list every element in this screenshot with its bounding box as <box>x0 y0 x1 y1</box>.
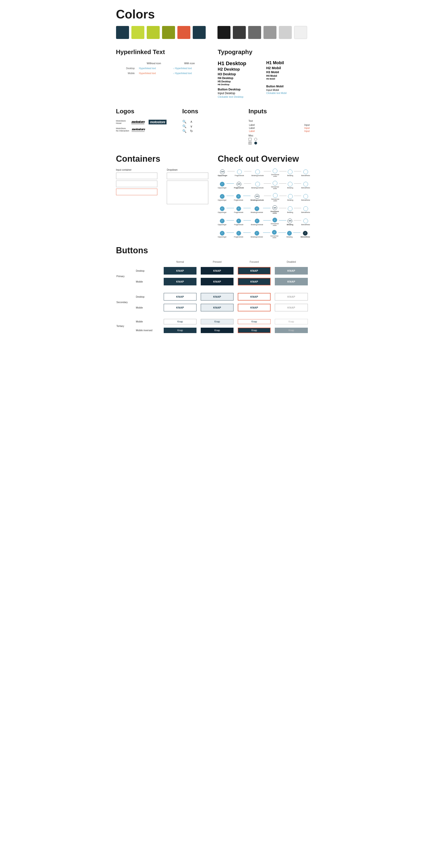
step-3-5: Betaling <box>287 194 294 201</box>
step-1-3: Betalingsmetode <box>252 169 264 176</box>
typo-h1-desktop: H1 Desktop <box>218 60 262 67</box>
btn-tertiary-mobile-normal[interactable]: Knap <box>164 319 196 324</box>
step-2-3: Betalingsmetode <box>251 182 263 189</box>
step-1-1: 0/5 Oplysninger <box>218 169 227 176</box>
color-swatch-navy <box>116 26 129 39</box>
chevron-up-icon[interactable]: ∨ <box>190 124 193 128</box>
btn-primary-mobile-pressed[interactable]: KNAP <box>201 278 233 285</box>
desktop-link-icon[interactable]: ○ Hyperlinked text <box>171 66 208 70</box>
step-6-5: ✓ Betaling <box>286 231 293 238</box>
step-3-3: 0/5 Betalingsmetode <box>251 194 264 201</box>
input-value-normal[interactable]: Input <box>281 124 309 126</box>
step-6-3: ✓ Betalingsmetode <box>251 231 263 238</box>
btn-mobile-label-primary: Mobile <box>133 276 161 287</box>
input-field-2[interactable] <box>116 181 158 187</box>
radio-filled[interactable] <box>254 142 257 145</box>
typo-clickable-desktop[interactable]: Clickable text Desktop <box>218 95 262 98</box>
desktop-link[interactable]: Hyperlinked text <box>137 66 170 70</box>
btn-tertiary-mobile-pressed[interactable]: Knap <box>201 319 233 324</box>
btn-primary-mobile-normal[interactable]: KNAP <box>164 278 196 285</box>
mobile-link[interactable]: Hyperlinked text <box>137 71 170 75</box>
typo-h4-desktop: H4 Desktop <box>218 76 262 80</box>
input-field-1[interactable] <box>116 173 158 179</box>
checkbox-checked[interactable]: ✕ <box>249 142 252 145</box>
btn-secondary-desktop-pressed[interactable]: KNAP <box>201 293 233 301</box>
connector-2-2 <box>244 183 251 184</box>
btn-secondary-desktop-normal[interactable]: KNAP <box>164 293 196 301</box>
step-label-1-3: Betalingsmetode <box>252 175 264 176</box>
btn-secondary-desktop-normal-cell: KNAP <box>162 291 198 302</box>
logos-title: Logos <box>116 107 177 115</box>
step-2-4: Gennemse ordre <box>271 181 279 189</box>
step-circle-6-1: ✓ <box>220 231 225 236</box>
checkbox-empty[interactable] <box>249 138 252 141</box>
dropdown-area[interactable] <box>167 181 208 204</box>
step-label-4-5: Betaling <box>287 212 293 213</box>
btn-secondary-mobile-row: Mobile KNAP KNAP KNAP KNAP <box>117 302 310 313</box>
typo-h4-mob: H4 Mobil <box>266 74 310 77</box>
btn-inv-focused[interactable]: Knap <box>238 328 270 333</box>
step-circle-3-1: ✓ <box>220 194 225 199</box>
btn-secondary-desktop-focused[interactable]: KNAP <box>238 293 270 301</box>
color-swatch-black <box>218 26 230 39</box>
connector-2-3 <box>264 183 271 184</box>
btn-primary-desktop-row: Primary Desktop KNAP KNAP KNAP KNAP <box>117 266 310 276</box>
input-label-error: Label <box>249 130 281 132</box>
containers-inner: Input container Dropdown <box>116 168 208 204</box>
search-icon-2[interactable]: 🔍 <box>182 124 186 128</box>
step-5-6: Bekræftelse <box>301 219 310 225</box>
typo-h3-desktop: H3 Desktop <box>218 72 262 76</box>
step-2-1: ✓ Oplysninger <box>218 182 226 189</box>
connector-1-3 <box>264 171 271 172</box>
input-value-error[interactable]: Input <box>281 130 309 132</box>
btn-secondary-desktop-pressed-cell: KNAP <box>199 291 235 302</box>
dropdown-label: Dropdown <box>167 168 208 171</box>
btn-secondary-mobile-focused[interactable]: KNAP <box>238 304 270 311</box>
btn-primary-mobile-focused[interactable]: KNAP <box>238 278 270 285</box>
typo-button-desktop: Button Desktop <box>218 88 262 91</box>
step-circle-1-2 <box>237 169 242 174</box>
input-value-active[interactable]: Input <box>281 127 309 129</box>
step-label-1-5: Betaling <box>287 175 293 176</box>
btn-secondary-mobile-pressed[interactable]: KNAP <box>201 304 233 311</box>
connector-1-1 <box>227 171 235 172</box>
btn-primary-desktop-normal[interactable]: KNAP <box>164 267 196 275</box>
chevron-down-icon[interactable]: ∧ <box>190 120 193 123</box>
btn-inv-normal[interactable]: Knap <box>164 328 196 333</box>
color-swatch-dark-navy <box>193 26 206 39</box>
step-label-4-3: Betalingsmetode <box>251 212 263 213</box>
input-field-error[interactable] <box>116 189 158 195</box>
connector-1-5 <box>294 171 301 172</box>
color-swatch-lime <box>131 26 144 39</box>
loading-icon: ↻ <box>190 129 193 133</box>
color-swatch-orange <box>177 26 190 39</box>
btn-tertiary-mobile-focused[interactable]: Knap <box>238 319 270 324</box>
step-label-5-2: Fragtmetode <box>234 224 243 225</box>
dropdown-field[interactable] <box>167 173 208 179</box>
step-label-6-2: Fragtmetode <box>234 236 243 238</box>
buttons-title: Buttons <box>116 246 310 255</box>
radio-empty[interactable] <box>254 138 257 141</box>
btn-primary-mobile-normal-cell: KNAP <box>162 276 198 287</box>
logo-hover-2: motostore <box>149 120 167 124</box>
col-without-icon: Without icon <box>137 61 170 66</box>
connector-6-4 <box>278 232 286 233</box>
btn-primary-desktop-pressed[interactable]: KNAP <box>201 267 233 275</box>
search-icon[interactable]: 🔍 <box>182 120 186 123</box>
step-circle-1-6 <box>303 169 308 174</box>
connector-4-4 <box>279 208 287 208</box>
hyperlinked-text-section: Hyperlinked Text Without icon With icon … <box>116 49 208 98</box>
step-5-4: ✓ Gennemse ordre <box>271 218 279 226</box>
btn-primary-desktop-focused[interactable]: KNAP <box>238 267 270 275</box>
btn-secondary-mobile-normal[interactable]: KNAP <box>164 304 196 311</box>
typo-h3-mob: H3 Mobil <box>266 70 310 74</box>
btn-inv-pressed[interactable]: Knap <box>201 328 233 333</box>
step-2-5: Betaling <box>286 182 294 189</box>
step-label-6-5: Betaling <box>287 236 293 238</box>
step-label-1-4: Gennemse ordre <box>271 174 279 177</box>
step-circle-4-6 <box>303 206 308 211</box>
typo-clickable-mob[interactable]: Clickable text Mobil <box>266 92 310 94</box>
checkout-steps: 0/5 Oplysninger Fragtmetode Betalingsmet… <box>218 168 310 239</box>
search-icon-red[interactable]: 🔍 <box>182 129 186 133</box>
mobile-link-icon[interactable]: ○ Hyperlinked text <box>171 71 208 75</box>
